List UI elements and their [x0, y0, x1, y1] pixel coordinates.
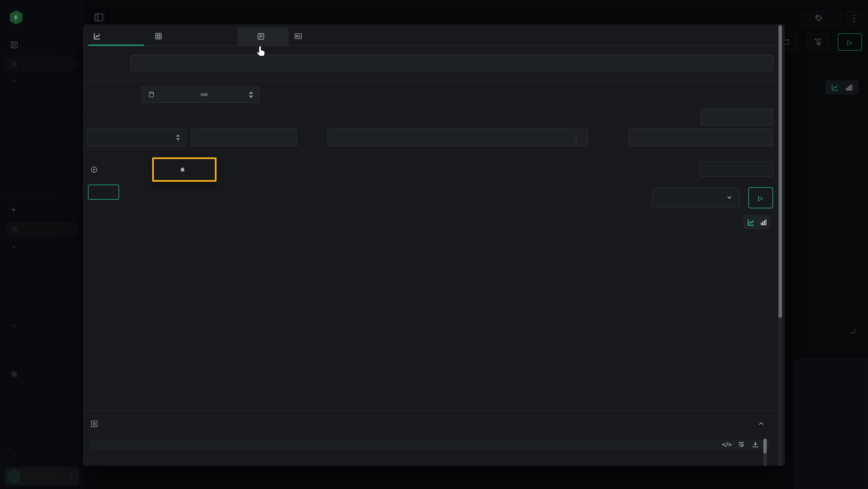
save-button[interactable]	[88, 185, 119, 200]
hyperdx-app: ⋮ ▷	[0, 0, 868, 489]
tab-markdown[interactable]	[294, 28, 346, 44]
section-divider	[83, 410, 777, 411]
modal-scrollbar-track[interactable]	[778, 24, 782, 466]
events-toolbar: </>	[722, 440, 759, 448]
add-alert-button[interactable]	[179, 166, 190, 173]
schema-badge[interactable]	[200, 93, 208, 96]
play-icon: ▷	[758, 193, 763, 203]
add-series-button[interactable]	[90, 163, 102, 177]
tab-number[interactable]	[196, 28, 241, 44]
select-chevrons-icon	[249, 91, 253, 98]
add-alert-annotation-box	[152, 157, 217, 182]
chart-type-toggle[interactable]	[743, 215, 771, 229]
duration-chart	[88, 215, 781, 391]
set-number-format-button[interactable]	[700, 161, 773, 177]
download-icon[interactable]	[751, 440, 759, 448]
run-chart-button[interactable]: ▷	[748, 187, 773, 208]
tab-table[interactable]	[154, 28, 192, 44]
tab-search[interactable]	[238, 27, 289, 46]
modal-scrollbar-thumb[interactable]	[779, 25, 782, 318]
events-table	[90, 439, 769, 466]
table-icon	[154, 32, 162, 40]
line-chart-icon	[93, 32, 101, 40]
markdown-icon	[294, 32, 302, 40]
bell-icon	[179, 166, 186, 173]
group-by-input[interactable]	[629, 128, 773, 146]
chevron-down-icon	[726, 194, 733, 201]
tab-line-bar[interactable]	[93, 28, 145, 44]
chart-name-input[interactable]	[131, 55, 773, 71]
mouse-cursor	[255, 45, 267, 57]
section-divider	[83, 81, 777, 81]
database-icon	[148, 91, 155, 98]
tabs-divider	[83, 46, 777, 46]
plus-circle-icon	[90, 166, 98, 174]
toggle-divider: |	[574, 134, 578, 141]
data-source-select[interactable]	[142, 86, 259, 103]
aggregation-select[interactable]	[87, 128, 186, 146]
granularity-select[interactable]	[652, 188, 740, 207]
chevron-up-icon	[757, 420, 765, 428]
wrap-lines-icon[interactable]	[738, 440, 745, 448]
bar-chart-icon[interactable]	[760, 219, 767, 226]
select-chevrons-icon	[176, 135, 180, 141]
alias-input[interactable]	[701, 109, 773, 125]
code-icon[interactable]: </>	[722, 441, 731, 448]
collapse-events-button[interactable]	[757, 420, 765, 428]
search-card-icon	[257, 32, 265, 40]
table-scrollbar-track[interactable]	[763, 438, 767, 466]
table-scrollbar-thumb[interactable]	[763, 438, 767, 454]
field-expression-input[interactable]	[191, 128, 297, 146]
edit-chart-modal: |	[83, 24, 785, 466]
events-icon	[90, 420, 98, 428]
where-search-input[interactable]: |	[328, 128, 588, 146]
events-table-header	[90, 439, 769, 450]
line-chart-icon[interactable]	[747, 218, 755, 226]
